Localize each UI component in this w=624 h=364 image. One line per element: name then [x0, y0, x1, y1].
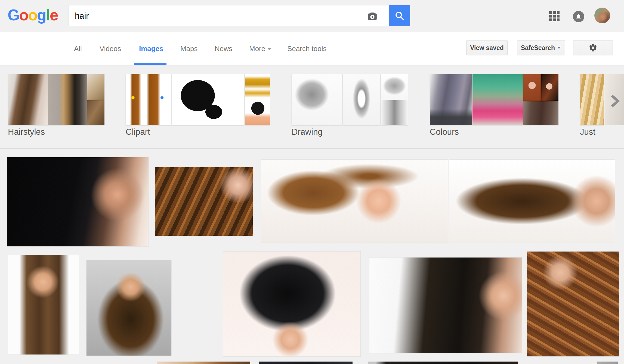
related-thumb[interactable] — [87, 100, 104, 125]
bell-icon — [575, 13, 582, 20]
image-result[interactable] — [87, 260, 171, 356]
results-nav-bar: All Videos Images Maps News More Search … — [0, 32, 624, 65]
section-divider — [0, 148, 624, 149]
image-result-partial[interactable] — [259, 362, 353, 364]
logo-letter: l — [46, 6, 50, 24]
related-thumb[interactable] — [523, 74, 541, 101]
image-result[interactable] — [7, 157, 149, 246]
image-result-partial[interactable] — [157, 362, 250, 364]
related-thumb[interactable] — [381, 74, 408, 100]
search-box — [69, 5, 388, 26]
image-result[interactable] — [261, 160, 448, 243]
tab-news[interactable]: News — [215, 45, 232, 53]
tab-more[interactable]: More — [249, 45, 271, 53]
gear-icon — [589, 43, 597, 52]
tab-maps[interactable]: Maps — [180, 45, 198, 53]
related-group-drawing[interactable]: Drawing — [292, 127, 323, 137]
tab-images[interactable]: Images — [139, 45, 163, 53]
image-result[interactable] — [223, 252, 360, 356]
image-result[interactable] — [369, 258, 522, 353]
related-thumb[interactable] — [523, 101, 558, 125]
image-result[interactable] — [155, 167, 253, 236]
related-thumb[interactable] — [472, 74, 523, 125]
related-thumb[interactable] — [245, 74, 270, 100]
image-result-partial[interactable] — [368, 362, 518, 364]
image-result[interactable] — [527, 252, 619, 356]
google-logo[interactable]: Google — [8, 6, 58, 24]
safesearch-label: SafeSearch — [521, 44, 555, 52]
related-thumb[interactable] — [8, 74, 48, 125]
related-thumb[interactable] — [381, 100, 408, 125]
related-thumb[interactable] — [580, 74, 604, 125]
view-saved-button[interactable]: View saved — [466, 40, 508, 55]
related-thumb[interactable] — [430, 74, 472, 125]
profile-avatar[interactable] — [594, 8, 610, 23]
image-result[interactable] — [449, 160, 615, 243]
chevron-right-icon[interactable] — [610, 94, 620, 108]
notifications-button[interactable] — [573, 11, 584, 22]
related-thumb[interactable] — [87, 74, 104, 100]
related-group-just[interactable]: Just — [580, 127, 595, 137]
active-tab-underline — [134, 63, 166, 65]
tab-more-label: More — [249, 45, 265, 53]
chevron-down-icon — [267, 48, 271, 50]
image-result-partial[interactable] — [597, 362, 618, 364]
logo-letter: e — [50, 6, 58, 24]
chevron-down-icon — [557, 47, 561, 49]
logo-letter: g — [37, 6, 46, 24]
safesearch-button[interactable]: SafeSearch — [517, 40, 565, 55]
settings-button[interactable] — [573, 40, 613, 55]
tab-videos[interactable]: Videos — [100, 45, 121, 53]
logo-letter: o — [19, 6, 28, 24]
related-thumb[interactable] — [541, 74, 558, 101]
related-thumb[interactable] — [292, 74, 342, 125]
related-group-hairstyles[interactable]: Hairstyles — [8, 127, 45, 137]
related-group-colours[interactable]: Colours — [430, 127, 459, 137]
related-thumb[interactable] — [172, 74, 244, 125]
image-result[interactable] — [8, 255, 79, 354]
logo-letter: o — [28, 6, 37, 24]
related-thumb[interactable] — [245, 100, 270, 125]
apps-grid-icon[interactable] — [549, 11, 560, 21]
header-bar: Google — [0, 0, 624, 32]
search-button[interactable] — [389, 5, 410, 26]
related-thumb[interactable] — [48, 74, 87, 125]
logo-letter: G — [8, 6, 19, 24]
search-input[interactable] — [74, 5, 361, 27]
related-group-clipart[interactable]: Clipart — [126, 127, 150, 137]
tab-all[interactable]: All — [74, 45, 82, 53]
camera-icon[interactable] — [366, 11, 379, 21]
tab-search-tools[interactable]: Search tools — [287, 45, 327, 53]
related-thumb[interactable] — [126, 74, 171, 125]
magnifier-icon — [394, 11, 405, 21]
related-thumb[interactable] — [343, 74, 380, 125]
